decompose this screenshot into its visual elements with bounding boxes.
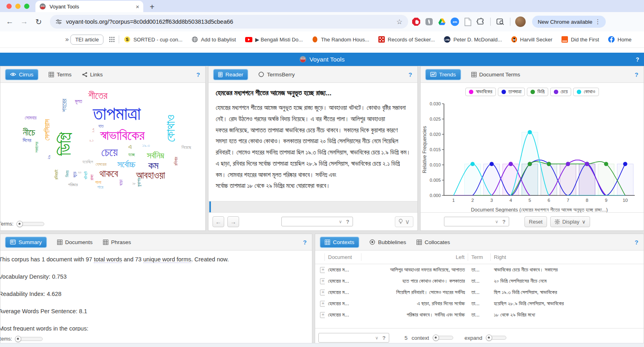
contexts-table-row[interactable]: +হেমন্তের ম...হতে পারে কোথাও কোথাও। কলকা… bbox=[315, 275, 644, 287]
cloud-term[interactable]: রাজ্য bbox=[90, 175, 94, 180]
legend-item[interactable]: স্বাভাবিকের bbox=[465, 88, 496, 96]
row-expand-icon[interactable]: + bbox=[320, 290, 325, 296]
column-term[interactable]: Term bbox=[468, 253, 491, 261]
legend-item[interactable]: কোথাও bbox=[573, 88, 599, 96]
tab-terms[interactable]: Terms bbox=[49, 72, 72, 78]
cloud-term[interactable]: শীতের bbox=[88, 90, 107, 101]
expand-slider[interactable] bbox=[486, 336, 506, 340]
cloud-term[interactable]: জুড়ে bbox=[73, 172, 77, 177]
row-expand-icon[interactable]: + bbox=[320, 301, 325, 307]
cloud-term[interactable]: ১.৯ bbox=[91, 128, 95, 133]
url-text[interactable]: voyant-tools.org/?corpus=8c0dd00162ff63d… bbox=[66, 18, 392, 25]
zoom-extension-icon[interactable]: zm bbox=[450, 17, 460, 27]
bookmark-item[interactable]: Harvill Secker bbox=[511, 36, 552, 43]
bookmark-item[interactable]: ▶ Bengali Misti Do... bbox=[245, 37, 303, 43]
zoom-window-button[interactable] bbox=[24, 4, 29, 9]
reader-paragraph[interactable]: সর্বোচ্চ তাপমাত্রা ১৮ থেকে ২৯ ডিগ্রির মধ… bbox=[216, 180, 411, 191]
context-slider[interactable] bbox=[433, 336, 453, 340]
trends-search-input[interactable]: ∨ ? bbox=[444, 217, 509, 226]
document-extension-icon[interactable] bbox=[463, 17, 473, 27]
tab-bubblelines[interactable]: Bubblelines bbox=[369, 239, 406, 245]
row-expand-icon[interactable]: + bbox=[320, 267, 325, 273]
minimize-window-button[interactable] bbox=[15, 4, 21, 9]
cloud-term[interactable]: ২.১ bbox=[89, 139, 94, 142]
bookmark-item[interactable]: SSORTED - cup con... bbox=[124, 36, 182, 43]
bookmark-item[interactable]: Add to Babylist bbox=[192, 36, 236, 43]
bookmark-item[interactable]: LRBPeter D. McDonald... bbox=[444, 36, 502, 43]
site-settings-icon[interactable] bbox=[56, 18, 62, 25]
cloud-term[interactable]: পরিষ্কার bbox=[68, 183, 78, 187]
cloud-term[interactable]: নীচে bbox=[23, 128, 35, 137]
cloud-term[interactable]: হেমন্তের bbox=[96, 162, 107, 166]
bookmarks-overflow-chevron[interactable]: » bbox=[65, 36, 69, 43]
bookmark-star-icon[interactable]: ☆ bbox=[396, 18, 402, 26]
panel-help-icon[interactable]: ? bbox=[635, 239, 638, 246]
search-help-icon[interactable]: ? bbox=[382, 335, 386, 341]
cloud-term[interactable]: সকালের bbox=[35, 142, 39, 152]
chevron-down-icon[interactable]: ∨ bbox=[495, 219, 498, 224]
tab-collocates[interactable]: Collocates bbox=[417, 239, 450, 245]
cloud-term[interactable]: রবিবার bbox=[174, 157, 178, 166]
cloud-term[interactable]: মূলত bbox=[75, 99, 82, 104]
cloud-term[interactable]: সর্বনিম্ন bbox=[147, 151, 164, 160]
row-expand-icon[interactable]: + bbox=[320, 278, 325, 284]
legend-item[interactable]: তাপমাত্রা bbox=[498, 88, 525, 96]
cloud-term[interactable]: পারে bbox=[97, 185, 103, 189]
tab-cirrus[interactable]: Cirrus bbox=[5, 69, 38, 80]
tab-phrases[interactable]: Phrases bbox=[103, 239, 131, 245]
cloud-term[interactable]: চেয়ে bbox=[101, 146, 118, 158]
highlight-options-button[interactable]: ∨ bbox=[395, 216, 413, 227]
reader-search-input[interactable]: ∨ ? bbox=[281, 217, 353, 226]
tab-contexts[interactable]: Contexts bbox=[320, 237, 359, 248]
row-expand-icon[interactable]: + bbox=[320, 312, 325, 318]
browser-tab[interactable]: Voyant Tools × bbox=[35, 1, 143, 12]
reload-icon[interactable]: ↻ bbox=[33, 17, 44, 27]
cloud-term[interactable]: খটখটে bbox=[84, 171, 88, 179]
forward-icon[interactable]: → bbox=[19, 17, 30, 26]
bookmark-chip-tei-article[interactable]: TEI article bbox=[70, 35, 104, 45]
adblock-extension-icon[interactable] bbox=[411, 17, 421, 27]
next-document-button[interactable]: → bbox=[227, 216, 239, 227]
grey-extension-icon[interactable] bbox=[424, 17, 434, 27]
reader-progress-marker[interactable] bbox=[209, 201, 211, 213]
profile-avatar[interactable] bbox=[515, 16, 526, 27]
terms-slider[interactable] bbox=[17, 222, 44, 226]
address-bar[interactable]: voyant-tools.org/?corpus=8c0dd00162ff63d… bbox=[50, 15, 408, 29]
cloud-term[interactable]: এ bbox=[128, 144, 132, 150]
extensions-puzzle-icon[interactable] bbox=[476, 17, 485, 27]
cloud-term[interactable]: স্বাভাবিকের bbox=[100, 128, 145, 142]
panel-help-icon[interactable]: ? bbox=[409, 71, 412, 78]
display-button[interactable]: Display ∨ bbox=[550, 216, 590, 227]
tab-search-icon[interactable] bbox=[495, 17, 505, 27]
cloud-term[interactable]: কম bbox=[148, 160, 159, 170]
trends-chart[interactable]: 0.0000.0050.0100.0150.0200.0250.03012345… bbox=[421, 98, 644, 216]
bookmark-item[interactable]: Home bbox=[608, 36, 632, 43]
column-document[interactable]: Document bbox=[325, 253, 361, 261]
panel-help-icon[interactable]: ? bbox=[635, 71, 638, 78]
panel-help-icon[interactable]: ? bbox=[303, 239, 307, 246]
chevron-down-icon[interactable]: ∨ bbox=[375, 335, 378, 341]
cloud-term[interactable]: থাকবে bbox=[99, 169, 118, 179]
panel-help-icon[interactable]: ? bbox=[196, 71, 200, 78]
contexts-table-header[interactable]: Document Left Term Right bbox=[315, 250, 644, 264]
close-window-button[interactable] bbox=[6, 4, 12, 9]
cloud-term[interactable]: বিদায় bbox=[66, 170, 70, 177]
cloud-term[interactable]: কোথাও bbox=[165, 115, 177, 142]
contexts-table-row[interactable]: +হেমন্তের ম...পরিষ্কার থাকবে। সর্বনিম্ন … bbox=[315, 309, 644, 320]
cloud-term[interactable]: সর্বোচ্চ bbox=[117, 160, 135, 169]
legend-item[interactable]: চেয়ে bbox=[550, 88, 572, 96]
contexts-table-row[interactable]: +হেমন্তের ম...আলিপুর আবহাওয়া দফতর জানিয… bbox=[315, 264, 644, 275]
reset-button[interactable]: Reset bbox=[524, 216, 547, 227]
prev-document-button[interactable]: ← bbox=[213, 216, 224, 227]
search-help-icon[interactable]: ? bbox=[502, 219, 506, 225]
column-left[interactable]: Left bbox=[361, 253, 468, 261]
cloud-term[interactable]: পালা bbox=[95, 180, 101, 185]
tab-termsberry[interactable]: TermsBerry bbox=[258, 72, 295, 78]
cloud-term[interactable]: তাপমাত্রা bbox=[93, 104, 140, 123]
reader-paragraph[interactable]: দফতর জানিয়েছে, আপাতত তাপমাত্রা স্বাভাবি… bbox=[216, 125, 411, 136]
legend-item[interactable]: ডিগ্রি bbox=[527, 88, 548, 96]
cloud-term[interactable]: ২০ bbox=[78, 170, 82, 174]
back-icon[interactable]: ← bbox=[4, 17, 15, 26]
chrome-update-pill[interactable]: New Chrome available ⋮ bbox=[532, 16, 606, 28]
reader-text[interactable]: হেমন্তের মধ্যগগনে শীতের আমেজ অনুভূত হচ্ছ… bbox=[208, 83, 417, 203]
